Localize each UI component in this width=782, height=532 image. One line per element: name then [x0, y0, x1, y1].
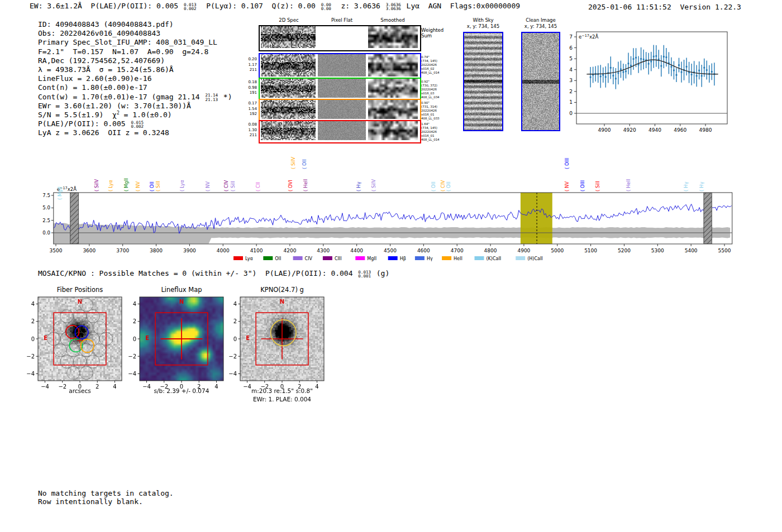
clean-image — [521, 32, 560, 131]
fiber-circle — [60, 355, 73, 368]
emission-line-label: ( OIII — [564, 158, 570, 169]
svg-text:3: 3 — [569, 78, 573, 83]
emission-line-label: ( OII — [149, 181, 155, 191]
legend-label: HeII — [454, 256, 462, 261]
legend-swatch — [355, 256, 365, 260]
emission-line-label: ( Hγ — [699, 182, 704, 191]
svg-text:5100: 5100 — [584, 248, 597, 253]
kpno-caption-2: EWr: 1. PLAE: 0.004 — [229, 396, 335, 402]
info-line: EWr = 3.60(±1.20) (w: 3.70(±1.30))Å — [38, 102, 191, 110]
report-datetime: 2025-01-06 11:51:52 — [588, 3, 671, 11]
svg-text:2: 2 — [133, 318, 136, 324]
cutout-smoothed-image — [368, 79, 418, 98]
svg-text:4980: 4980 — [699, 127, 712, 133]
svg-text:2: 2 — [569, 89, 573, 94]
info-line: Cont(w) = 1.70(±0.01)e-17 (gmag 21.14 21… — [38, 93, 232, 102]
cutout-row-right-labels: 1.64"(734, 145)20220426v016_01408_LL_014 — [421, 122, 449, 142]
kpno-east-label: E — [246, 335, 250, 341]
svg-text:3600: 3600 — [83, 248, 96, 253]
lineflux-east-label: E — [145, 335, 149, 341]
catalog-note-line-2: Row intentionally blank. — [38, 497, 143, 506]
fiber-circle — [93, 321, 106, 334]
svg-text:5.0: 5.0 — [42, 205, 50, 210]
cutout-2dspec-image — [261, 121, 316, 140]
svg-text:4900: 4900 — [517, 248, 530, 253]
svg-text:2.5: 2.5 — [42, 218, 50, 223]
fiber-circle — [54, 344, 66, 357]
svg-text:4500: 4500 — [384, 248, 397, 253]
emission-line-label: ( OII — [446, 181, 451, 191]
svg-text:−4: −4 — [228, 371, 237, 377]
svg-text:5000: 5000 — [551, 248, 564, 253]
emission-line-label: ( SiIV — [371, 179, 376, 191]
emission-line-label: ( MgII — [57, 186, 63, 200]
info-line: F=2.1" T=0.157 N=1.07 A=0.90 g=24.8 — [38, 47, 208, 56]
fiber-circle — [73, 355, 86, 368]
legend-label: OII — [275, 256, 281, 261]
emission-line-label: ( HeII — [626, 179, 631, 191]
legend-swatch — [415, 256, 425, 260]
fiber-circle — [93, 344, 106, 357]
svg-text:4920: 4920 — [623, 127, 636, 133]
emission-line-label: ( OII — [302, 159, 307, 169]
cutout-row-right-labels: WeightedSum — [421, 27, 449, 39]
emission-line-label: ( NV — [205, 181, 211, 191]
legend-label: (K)CaII — [487, 256, 502, 261]
emission-line-label: ( SiIV — [290, 157, 296, 169]
elixer-report-page: EW: 3.6±1.2Å P(LAE)/P(OII): 0.005 0.0130… — [0, 0, 782, 532]
cutout-row-right-labels: 0.90"(731, 314)20220426v016_01408_LL_033 — [421, 101, 449, 121]
svg-text:7.5: 7.5 — [42, 193, 50, 198]
svg-text:4000: 4000 — [217, 248, 230, 253]
svg-text:4200: 4200 — [283, 248, 296, 253]
cutout-row-left-labels: 0.171.54192 — [245, 101, 257, 117]
legend-label: Hβ — [400, 256, 406, 261]
kpno-caption-1: m:20.3 re:1.5" s:0.8" — [229, 387, 335, 394]
svg-text:5300: 5300 — [651, 248, 664, 253]
emission-line-label: ( SiII — [230, 181, 236, 191]
svg-text:−4: −4 — [128, 371, 136, 377]
svg-text:1: 1 — [569, 99, 573, 105]
legend-label: MgII — [367, 256, 376, 261]
legend-label: CIV — [305, 256, 313, 261]
svg-text:−2: −2 — [128, 353, 136, 360]
cutout-row-left-labels: 0.201.17211 — [245, 57, 257, 73]
cutout-row — [259, 25, 421, 51]
svg-text:−2: −2 — [26, 353, 35, 360]
cutout-smoothed-image — [368, 121, 418, 140]
clean-image-title: Clean Image — [517, 17, 564, 23]
svg-text:3800: 3800 — [150, 248, 163, 253]
svg-text:0: 0 — [31, 336, 35, 342]
svg-text:4300: 4300 — [317, 248, 330, 253]
svg-text:4: 4 — [233, 301, 237, 307]
svg-text:4940: 4940 — [649, 127, 661, 133]
cutout-row — [259, 53, 421, 80]
lineflux-north-label: N — [179, 299, 184, 305]
kpno-aperture-ellipse — [271, 320, 296, 346]
cutout-row-left-labels: 0.081.30211 — [245, 122, 257, 138]
lineflux-caption: s/b: 2.39 +/- 0.074 — [131, 387, 232, 394]
cutout-pixelflat-image — [318, 121, 366, 140]
emission-line-label: ( NV — [564, 181, 570, 191]
svg-text:4900: 4900 — [598, 127, 611, 133]
info-line: LyA z = 3.0626 OII z = 0.3248 — [38, 128, 169, 137]
cutout-row — [259, 78, 421, 101]
legend-swatch — [475, 256, 484, 260]
svg-text:e−17x2Å: e−17x2Å — [579, 33, 598, 40]
svg-text:4400: 4400 — [350, 248, 363, 253]
legend-swatch — [233, 256, 243, 260]
svg-text:4: 4 — [31, 301, 35, 307]
svg-text:5400: 5400 — [685, 248, 698, 253]
emission-line-label: ( SiIV — [94, 179, 99, 191]
svg-text:4: 4 — [569, 67, 573, 73]
legend-label: Hγ — [427, 256, 433, 261]
cutout-2dspec-image — [261, 79, 316, 98]
full-spectrum-plot: 3500360037003800390040004100420043004400… — [0, 150, 782, 261]
emission-line-label: ( Hγ — [356, 182, 361, 191]
svg-text:3900: 3900 — [183, 248, 196, 253]
svg-text:4700: 4700 — [451, 248, 464, 253]
info-line: Primary Spec_Slot_IFU_AMP: 408_031_049_L… — [38, 38, 217, 46]
emission-line-label: ( Lyα — [179, 180, 185, 191]
emission-line-label: ( SiII — [595, 181, 600, 191]
legend-swatch — [263, 256, 273, 260]
emission-line-label: ( CIV — [223, 180, 229, 191]
